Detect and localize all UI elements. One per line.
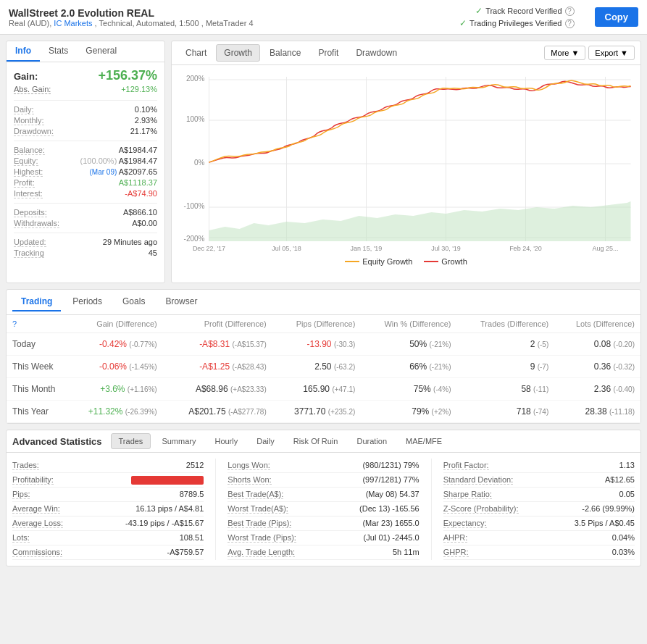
- trading-tab-goals[interactable]: Goals: [114, 293, 154, 311]
- adv-stat-row: Average Loss: -43.19 pips / -A$15.67: [12, 517, 204, 531]
- chart-tab-drawdown[interactable]: Drawdown: [348, 44, 405, 62]
- cell-gain: +11.32% (-26.39%): [64, 401, 163, 423]
- balance-value: A$1984.47: [119, 146, 157, 155]
- adv-col-divider-2: [431, 459, 432, 560]
- top-section: Info Stats General Gain: +156.37% Abs. G…: [6, 41, 641, 283]
- adv-col-3: Profit Factor: 1.13 Standard Deviation: …: [443, 459, 635, 560]
- adv-tab-summary[interactable]: Summary: [154, 433, 204, 449]
- growth-chart: 200% 100% 0% -100% -200%: [178, 71, 635, 252]
- chart-tab-profit[interactable]: Profit: [310, 44, 346, 62]
- adv-value: (May 08) 54.37: [366, 490, 419, 499]
- daily-label: Daily:: [14, 105, 34, 114]
- balance-row: Balance: A$1984.47: [14, 146, 157, 155]
- col-trades: Trades (Difference): [457, 315, 555, 333]
- verification-badges: ✓ Track Record Verified ? ✓ Trading Priv…: [459, 6, 574, 28]
- highest-date: (Mar 09): [90, 168, 117, 176]
- broker-link[interactable]: IC Markets: [54, 19, 92, 28]
- cell-win: 66% (-21%): [361, 356, 456, 378]
- cell-pips: -13.90 (-30.3): [272, 333, 362, 356]
- trading-tab-periods[interactable]: Periods: [64, 293, 111, 311]
- export-button[interactable]: Export ▼: [588, 46, 635, 60]
- adv-tab-risk[interactable]: Risk Of Ruin: [285, 433, 346, 449]
- abs-gain-value: +129.13%: [121, 85, 157, 94]
- adv-stat-row: Longs Won: (980/1231) 79%: [228, 459, 419, 473]
- withdrawals-label: Withdrawals:: [14, 219, 59, 228]
- monthly-label: Monthly:: [14, 116, 44, 125]
- chart-panel: Chart Growth Balance Profit Drawdown Mor…: [171, 41, 641, 283]
- profitability-bar: [131, 476, 204, 485]
- chart-tabs: Chart Growth Balance Profit Drawdown: [178, 44, 544, 62]
- copy-button[interactable]: Copy: [595, 7, 639, 27]
- track-record-label: Track Record Verified: [485, 7, 562, 15]
- adv-tab-mae[interactable]: MAE/MFE: [398, 433, 450, 449]
- adv-label: Pips:: [12, 490, 30, 499]
- tab-stats[interactable]: Stats: [40, 41, 77, 62]
- trading-privileges-badge: ✓ Trading Privileges Verified ?: [459, 18, 574, 28]
- adv-label: Avg. Trade Length:: [228, 548, 295, 557]
- adv-col-divider-1: [215, 459, 216, 560]
- daily-row: Daily: 0.10%: [14, 105, 157, 114]
- tab-general[interactable]: General: [77, 41, 125, 62]
- cell-lots: 2.36 (-0.40): [554, 378, 640, 401]
- svg-text:Jul 30, '19: Jul 30, '19: [431, 245, 461, 252]
- help-icon-2[interactable]: ?: [565, 19, 575, 28]
- tracking-value: 45: [149, 248, 157, 258]
- adv-tab-trades[interactable]: Trades: [111, 433, 151, 449]
- balance-label: Balance:: [14, 146, 45, 155]
- account-subtitle: Real (AUD), IC Markets , Technical, Auto…: [9, 19, 254, 28]
- more-button[interactable]: More ▼: [544, 46, 585, 60]
- tracking-label: Tracking: [14, 248, 44, 258]
- adv-label: Best Trade (Pips):: [228, 519, 291, 528]
- updated-value: 29 Minutes ago: [103, 238, 157, 247]
- period-help-icon[interactable]: ?: [12, 319, 17, 328]
- check-icon-1: ✓: [475, 6, 483, 16]
- svg-text:100%: 100%: [186, 115, 205, 123]
- adv-label: Trades:: [12, 461, 39, 470]
- adv-stat-row: Best Trade(A$): (May 08) 54.37: [228, 488, 419, 502]
- equity-value: (100.00%) A$1984.47: [80, 156, 157, 166]
- cell-trades: 718 (-74): [457, 401, 555, 423]
- trading-tab-browser[interactable]: Browser: [156, 293, 206, 311]
- adv-value: 3.5 Pips / A$0.45: [575, 519, 635, 528]
- adv-tab-daily[interactable]: Daily: [249, 433, 282, 449]
- cell-period: This Year: [7, 401, 64, 423]
- cell-period: This Month: [7, 378, 64, 401]
- adv-label: Commissions:: [12, 548, 62, 557]
- daily-value: 0.10%: [135, 105, 157, 114]
- trading-tab-trading[interactable]: Trading: [12, 293, 61, 311]
- adv-value: -43.19 pips / -A$15.67: [125, 519, 204, 528]
- chart-tab-chart[interactable]: Chart: [178, 44, 214, 62]
- interest-row: Interest: -A$74.90: [14, 189, 157, 198]
- adv-label: Average Loss:: [12, 519, 63, 528]
- cell-win: 79% (+2%): [361, 401, 456, 423]
- adv-value: A$12.65: [605, 475, 635, 485]
- adv-label: Lots:: [12, 533, 30, 543]
- growth-legend-label: Growth: [441, 257, 467, 266]
- main-content: Info Stats General Gain: +156.37% Abs. G…: [0, 35, 647, 572]
- adv-label: Shorts Won:: [228, 475, 271, 485]
- deposits-value: A$866.10: [123, 208, 157, 217]
- adv-stat-row: Sharpe Ratio: 0.05: [443, 488, 635, 502]
- adv-value: 108.51: [180, 533, 204, 543]
- cell-trades: 2 (-5): [457, 333, 555, 356]
- profit-value: A$1118.37: [119, 178, 157, 188]
- adv-value: -A$759.57: [167, 548, 204, 557]
- adv-value: 2512: [186, 461, 204, 470]
- cell-win: 50% (-21%): [361, 333, 456, 356]
- adv-stat-row: Worst Trade(A$): (Dec 13) -165.56: [228, 502, 419, 517]
- adv-stat-row: Z-Score (Probability): -2.66 (99.99%): [443, 502, 635, 517]
- chart-tab-balance[interactable]: Balance: [262, 44, 309, 62]
- adv-tab-duration[interactable]: Duration: [348, 433, 395, 449]
- highest-value: (Mar 09) A$2097.65: [90, 167, 157, 177]
- adv-tab-hourly[interactable]: Hourly: [206, 433, 246, 449]
- adv-label: Longs Won:: [228, 461, 270, 470]
- cell-trades: 9 (-7): [457, 356, 555, 378]
- adv-stat-row: AHPR: 0.04%: [443, 531, 635, 545]
- cell-gain: -0.42% (-0.77%): [64, 333, 163, 356]
- trading-privileges-label: Trading Privileges Verified: [469, 19, 562, 28]
- help-icon-1[interactable]: ?: [565, 7, 575, 16]
- adv-label: Standard Deviation:: [443, 475, 514, 485]
- chart-tab-growth[interactable]: Growth: [216, 44, 260, 62]
- adv-stat-row: Lots: 108.51: [12, 531, 204, 545]
- tab-info[interactable]: Info: [7, 41, 40, 62]
